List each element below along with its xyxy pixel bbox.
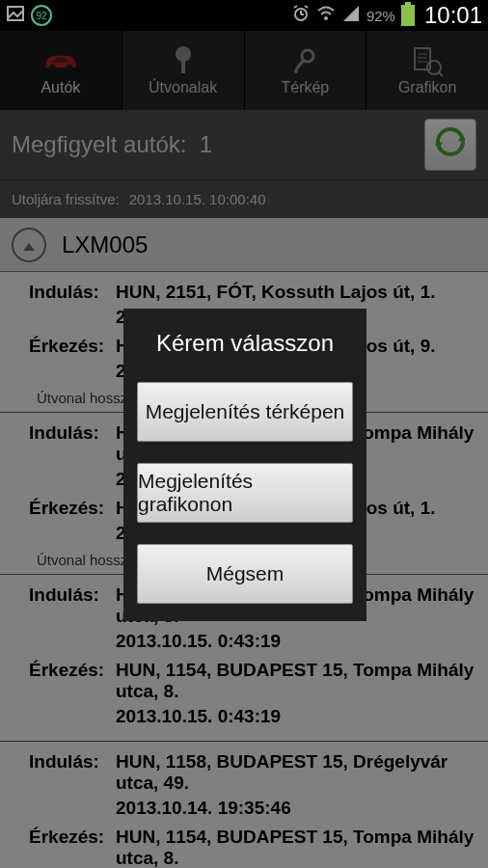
svg-point-6 (324, 16, 328, 20)
svg-line-4 (294, 6, 297, 8)
android-status-bar: 92 92% 10:01 (0, 0, 488, 31)
show-on-map-button[interactable]: Megjelenítés térképen (137, 382, 353, 442)
app-frame: Autók Útvonalak Térkép Grafikon Megfigye… (0, 31, 488, 868)
svg-line-5 (305, 6, 308, 8)
status-clock: 10:01 (424, 2, 482, 29)
battery-percent: 92% (366, 8, 395, 24)
image-icon (6, 4, 25, 28)
svg-marker-7 (343, 6, 359, 21)
alarm-icon (291, 4, 311, 28)
choice-dialog: Kérem válasszon Megjelenítés térképen Me… (123, 309, 366, 621)
battery-icon (401, 5, 415, 26)
signal-icon (341, 4, 361, 28)
wifi-icon (316, 4, 336, 28)
show-on-chart-button[interactable]: Megjelenítés grafikonon (137, 463, 353, 523)
score-badge-icon: 92 (31, 5, 52, 26)
cancel-button[interactable]: Mégsem (137, 544, 353, 604)
dialog-title: Kérem válasszon (123, 309, 366, 382)
